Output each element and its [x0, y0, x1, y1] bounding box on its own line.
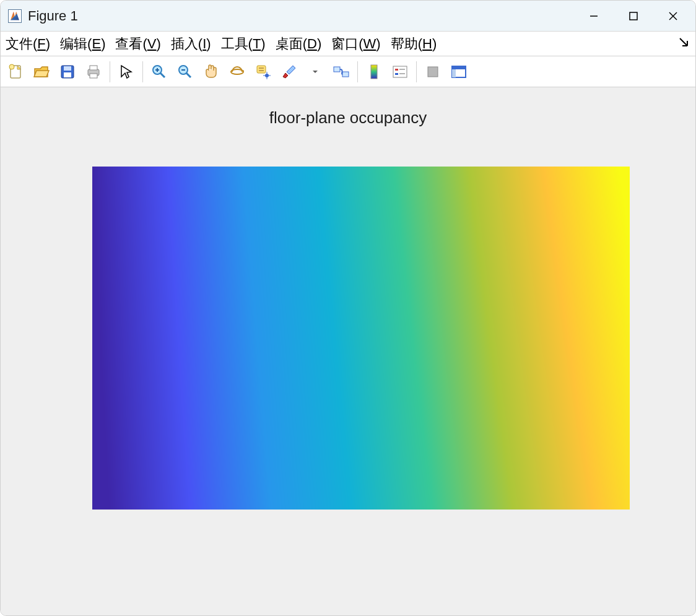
axes[interactable] [92, 167, 630, 510]
plot-title: floor-plane occupancy [1, 108, 695, 128]
separator [416, 61, 417, 82]
svg-rect-36 [452, 66, 466, 69]
svg-rect-31 [395, 73, 398, 75]
svg-rect-28 [371, 65, 377, 79]
insert-legend-button[interactable] [389, 61, 411, 83]
svg-rect-26 [334, 67, 340, 72]
svg-rect-29 [393, 66, 407, 77]
menu-file[interactable]: 文件(F) [6, 35, 50, 53]
rotate-3d-button[interactable] [226, 61, 248, 83]
menu-desktop[interactable]: 桌面(D) [276, 35, 322, 53]
insert-colorbar-button[interactable] [363, 61, 385, 83]
menu-view[interactable]: 查看(V) [115, 35, 160, 53]
dock-arrow-icon[interactable] [678, 37, 690, 53]
edit-plot-button[interactable] [115, 61, 137, 83]
svg-rect-37 [452, 69, 456, 77]
svg-rect-34 [428, 67, 438, 77]
minimize-button[interactable] [574, 1, 614, 31]
figure-area: floor-plane occupancy [1, 87, 695, 615]
brush-button[interactable] [278, 61, 300, 83]
svg-rect-8 [64, 72, 71, 77]
close-button[interactable] [653, 1, 693, 31]
zoom-in-button[interactable] [148, 61, 170, 83]
pan-button[interactable] [200, 61, 222, 83]
separator [142, 61, 143, 82]
svg-rect-10 [90, 66, 97, 70]
data-cursor-button[interactable] [252, 61, 274, 83]
svg-rect-27 [342, 72, 349, 77]
link-plot-button[interactable] [330, 61, 352, 83]
svg-line-17 [186, 73, 191, 77]
svg-rect-20 [257, 66, 266, 73]
matlab-icon [8, 9, 22, 23]
svg-rect-30 [395, 69, 398, 71]
window-controls [574, 1, 693, 31]
svg-point-5 [9, 64, 14, 69]
titlebar: Figure 1 [1, 1, 695, 32]
show-plot-tools-button[interactable] [448, 61, 470, 83]
svg-rect-7 [64, 66, 71, 71]
menu-edit[interactable]: 编辑(E) [60, 35, 105, 53]
new-figure-button[interactable] [4, 61, 27, 83]
menu-insert[interactable]: 插入(I) [171, 35, 211, 53]
save-button[interactable] [56, 61, 79, 83]
brush-dropdown-button[interactable] [304, 61, 326, 83]
svg-rect-1 [630, 12, 637, 20]
maximize-button[interactable] [614, 1, 653, 31]
heatmap-image [92, 167, 630, 510]
separator [357, 61, 358, 82]
menu-help[interactable]: 帮助(H) [391, 35, 437, 53]
toolbar [1, 56, 695, 87]
print-button[interactable] [82, 61, 105, 83]
window-title: Figure 1 [28, 8, 574, 24]
menu-tools[interactable]: 工具(T) [221, 35, 266, 53]
menu-window[interactable]: 窗口(W) [331, 35, 380, 53]
separator [110, 61, 110, 82]
figure-window: Figure 1 文件(F) 编辑(E) 查看(V) 插入(I) 工具(T) 桌… [0, 0, 696, 616]
hide-plot-tools-button[interactable] [422, 61, 444, 83]
menubar: 文件(F) 编辑(E) 查看(V) 插入(I) 工具(T) 桌面(D) 窗口(W… [1, 32, 695, 56]
svg-line-13 [160, 73, 165, 77]
svg-rect-11 [90, 74, 97, 78]
zoom-out-button[interactable] [174, 61, 196, 83]
open-button[interactable] [30, 61, 53, 83]
